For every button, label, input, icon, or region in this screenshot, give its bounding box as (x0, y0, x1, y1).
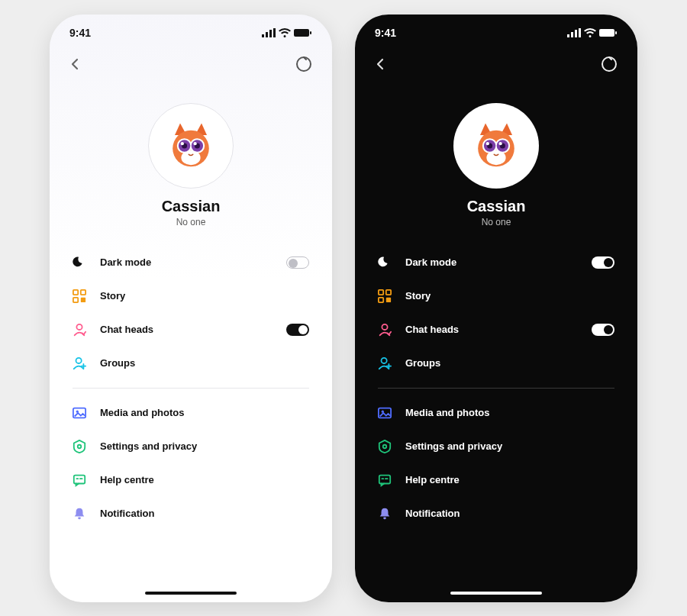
svg-rect-1 (266, 32, 268, 37)
row-chat-heads[interactable]: Chat heads (378, 313, 614, 347)
nav-row (50, 39, 332, 76)
row-label: Chat heads (92, 324, 286, 335)
row-notification[interactable]: Notification (73, 497, 309, 531)
svg-rect-63 (383, 517, 386, 519)
row-help[interactable]: Help centre (378, 463, 614, 497)
svg-rect-51 (379, 297, 383, 302)
home-indicator[interactable] (450, 592, 542, 595)
row-dark-mode[interactable]: Dark mode (73, 246, 309, 279)
row-label: Notification (398, 508, 614, 519)
back-button[interactable] (69, 58, 82, 73)
svg-point-27 (78, 444, 82, 448)
back-button[interactable] (375, 58, 387, 73)
svg-point-15 (181, 142, 184, 145)
wifi-icon (584, 28, 596, 37)
row-settings[interactable]: Settings and privacy (73, 430, 309, 463)
dark-mode-toggle[interactable] (286, 256, 309, 269)
svg-point-48 (499, 142, 502, 145)
row-label: Chat heads (398, 324, 592, 335)
svg-rect-35 (579, 28, 581, 37)
chat-heads-icon (378, 323, 398, 337)
edit-button[interactable] (601, 56, 618, 76)
chevron-left-icon (375, 58, 387, 70)
row-label: Notification (92, 508, 309, 519)
svg-rect-28 (74, 475, 85, 483)
media-icon (73, 406, 92, 420)
chat-heads-toggle[interactable] (286, 324, 309, 336)
moon-icon (378, 256, 398, 269)
svg-rect-32 (567, 34, 569, 37)
row-label: Help centre (398, 474, 614, 485)
story-icon (73, 289, 92, 303)
row-media[interactable]: Media and photos (73, 396, 309, 430)
svg-rect-20 (81, 297, 85, 302)
row-label: Media and photos (398, 407, 614, 418)
row-label: Groups (92, 357, 309, 369)
svg-point-16 (194, 142, 197, 145)
avatar-image (155, 110, 227, 182)
svg-rect-37 (615, 31, 617, 34)
story-icon (378, 289, 398, 303)
svg-rect-60 (379, 475, 390, 483)
row-label: Settings and privacy (398, 440, 614, 452)
svg-rect-50 (386, 289, 391, 294)
edit-button[interactable] (295, 56, 312, 76)
row-groups[interactable]: Groups (73, 347, 309, 380)
svg-point-38 (602, 57, 616, 71)
status-time: 9:41 (375, 27, 396, 39)
svg-rect-34 (575, 30, 577, 37)
profile-subtitle: No one (482, 217, 511, 227)
status-time: 9:41 (69, 27, 91, 39)
bell-icon (378, 507, 398, 521)
svg-rect-31 (78, 517, 81, 519)
avatar[interactable] (453, 103, 539, 189)
divider (73, 388, 309, 389)
settings-icon (378, 440, 398, 453)
svg-point-54 (382, 357, 387, 363)
svg-rect-4 (294, 29, 309, 37)
groups-icon (73, 356, 92, 370)
svg-point-47 (486, 142, 489, 145)
row-story[interactable]: Story (378, 279, 614, 313)
row-label: Settings and privacy (92, 440, 309, 452)
status-bar: 9:41 (50, 15, 332, 39)
profile-subtitle: No one (176, 217, 206, 227)
status-bar: 9:41 (355, 15, 637, 39)
svg-rect-0 (262, 34, 264, 37)
dark-mode-toggle[interactable] (592, 256, 614, 269)
edit-circle-icon (601, 56, 618, 73)
svg-rect-3 (273, 28, 276, 37)
avatar-illustration (469, 119, 523, 173)
status-icons (567, 28, 618, 37)
nav-row (355, 39, 637, 76)
svg-rect-18 (81, 289, 85, 294)
row-media[interactable]: Media and photos (378, 396, 614, 430)
svg-rect-52 (386, 297, 391, 302)
row-settings[interactable]: Settings and privacy (378, 430, 614, 463)
avatar[interactable] (148, 103, 234, 189)
edit-circle-icon (295, 56, 312, 73)
row-help[interactable]: Help centre (73, 463, 309, 497)
row-story[interactable]: Story (73, 279, 309, 313)
row-chat-heads[interactable]: Chat heads (73, 313, 309, 347)
svg-rect-5 (310, 31, 311, 34)
chevron-left-icon (69, 58, 82, 70)
cellular-icon (262, 28, 276, 37)
phone-light: 9:41 (50, 15, 332, 602)
avatar-image (460, 110, 532, 182)
row-dark-mode[interactable]: Dark mode (378, 246, 614, 279)
profile-name: Cassian (162, 198, 221, 215)
profile-section: Cassian No one (355, 76, 637, 227)
settings-list: Dark mode Story Chat heads Groups (50, 227, 332, 531)
chat-heads-toggle[interactable] (592, 324, 614, 336)
row-groups[interactable]: Groups (378, 347, 614, 380)
row-notification[interactable]: Notification (378, 497, 614, 531)
svg-rect-36 (599, 29, 614, 37)
svg-point-22 (76, 357, 82, 363)
profile-name: Cassian (467, 198, 526, 215)
svg-point-59 (383, 444, 387, 448)
divider (378, 388, 614, 389)
chat-heads-icon (73, 323, 92, 337)
home-indicator[interactable] (145, 592, 237, 595)
svg-rect-17 (73, 289, 78, 294)
